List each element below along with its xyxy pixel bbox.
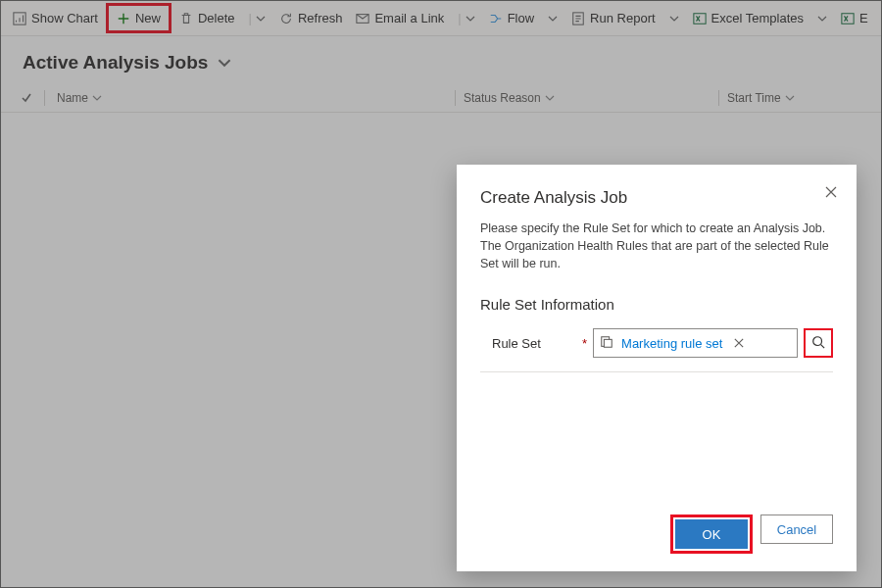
status-label: Status Reason <box>464 91 541 105</box>
divider <box>480 371 833 372</box>
chevron-down-icon <box>545 93 555 103</box>
refresh-button[interactable]: Refresh <box>273 7 349 29</box>
cancel-label: Cancel <box>777 522 816 537</box>
column-separator <box>455 90 456 106</box>
selected-rule-set[interactable]: Marketing rule set <box>617 334 726 353</box>
email-link-label: Email a Link <box>374 11 444 25</box>
select-all-column[interactable] <box>21 92 44 104</box>
clear-lookup-button[interactable] <box>730 334 748 353</box>
column-separator <box>718 90 719 106</box>
excel-templates-chevron[interactable] <box>811 10 833 27</box>
command-bar: Show Chart New Delete | Refresh Email a … <box>1 1 881 36</box>
run-report-label: Run Report <box>590 11 655 25</box>
excel-export-label: E <box>859 11 868 25</box>
chevron-down-icon <box>92 93 102 103</box>
ok-button[interactable]: OK <box>675 519 748 549</box>
excel-icon <box>693 12 707 25</box>
svg-point-7 <box>813 337 822 346</box>
ok-label: OK <box>703 527 721 542</box>
selected-rule-set-text: Marketing rule set <box>621 336 722 351</box>
trash-icon <box>179 12 193 25</box>
view-title: Active Analysis Jobs <box>23 52 208 74</box>
new-button-highlight: New <box>106 3 172 33</box>
email-link-button[interactable]: Email a Link <box>350 7 450 29</box>
create-analysis-job-dialog: Create Analysis Job Please specify the R… <box>457 165 857 571</box>
column-headers: Name Status Reason Start Time <box>1 83 881 113</box>
rule-set-lookup[interactable]: Marketing rule set <box>593 328 798 358</box>
run-report-button[interactable]: Run Report <box>565 7 661 29</box>
column-header-name[interactable]: Name <box>53 91 455 105</box>
dialog-title: Create Analysis Job <box>480 188 833 208</box>
rule-set-field-row: Rule Set * Marketing rule set <box>480 328 833 358</box>
column-header-status[interactable]: Status Reason <box>464 91 718 105</box>
flow-button[interactable]: Flow <box>483 7 540 29</box>
plus-icon <box>117 12 130 25</box>
search-icon <box>811 335 825 352</box>
report-icon <box>571 12 585 25</box>
run-report-chevron[interactable] <box>663 10 685 27</box>
column-separator <box>44 90 45 106</box>
delete-split-button[interactable]: | <box>243 7 271 29</box>
flow-label: Flow <box>508 11 534 25</box>
required-indicator: * <box>582 336 587 351</box>
chart-icon <box>13 12 26 25</box>
excel-templates-button[interactable]: Excel Templates <box>687 7 809 29</box>
dialog-description: Please specify the Rule Set for which to… <box>480 220 833 272</box>
dialog-footer: OK Cancel <box>480 514 833 554</box>
flow-icon <box>489 12 503 25</box>
cancel-button[interactable]: Cancel <box>760 514 833 544</box>
lookup-search-button[interactable] <box>804 328 833 358</box>
ok-button-highlight: OK <box>670 514 753 554</box>
email-link-split-button[interactable]: | <box>452 7 480 29</box>
start-time-label: Start Time <box>727 91 781 105</box>
svg-rect-6 <box>604 339 612 347</box>
dialog-section-title: Rule Set Information <box>480 296 833 313</box>
show-chart-button[interactable]: Show Chart <box>7 7 104 29</box>
show-chart-label: Show Chart <box>31 11 98 25</box>
column-header-start-time[interactable]: Start Time <box>727 91 861 105</box>
rule-set-label: Rule Set <box>480 336 578 351</box>
refresh-icon <box>279 12 293 25</box>
svg-rect-3 <box>693 13 705 24</box>
email-icon <box>356 12 369 25</box>
dialog-close-button[interactable] <box>821 182 841 202</box>
svg-rect-4 <box>842 13 854 24</box>
view-selector-chevron[interactable] <box>218 56 231 70</box>
entity-icon <box>600 335 613 352</box>
view-header: Active Analysis Jobs <box>1 36 881 83</box>
excel-export-button[interactable]: E <box>835 7 868 29</box>
chevron-down-icon <box>785 93 795 103</box>
excel-export-icon <box>841 12 855 25</box>
new-label: New <box>135 11 161 25</box>
flow-chevron[interactable] <box>542 10 564 27</box>
excel-templates-label: Excel Templates <box>711 11 804 25</box>
refresh-label: Refresh <box>298 11 343 25</box>
delete-label: Delete <box>198 11 235 25</box>
name-label: Name <box>57 91 88 105</box>
new-button[interactable]: New <box>111 7 167 29</box>
delete-button[interactable]: Delete <box>173 7 241 29</box>
